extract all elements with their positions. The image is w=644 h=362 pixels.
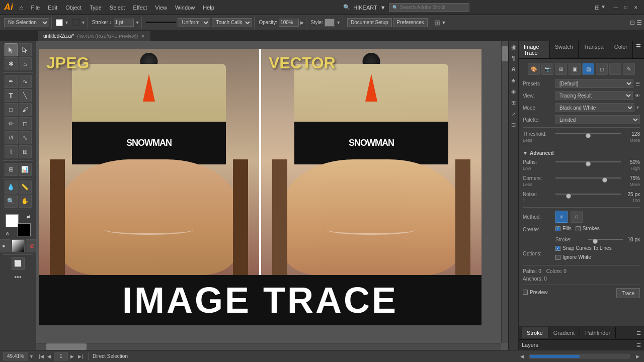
selection-tool[interactable] xyxy=(5,43,18,56)
panel-options-btn[interactable]: ☰ xyxy=(633,41,644,58)
style-swatch[interactable] xyxy=(325,19,335,27)
first-page-btn[interactable]: |◀ xyxy=(38,353,45,360)
fills-checkbox[interactable]: ✓ xyxy=(555,226,560,231)
eyedropper-tool[interactable]: 💧 xyxy=(5,180,18,194)
swap-colors-icon[interactable]: ⇄ xyxy=(27,214,31,219)
opacity-arrow[interactable]: ▶ xyxy=(300,20,304,25)
snap-curves-checkbox[interactable]: ✓ xyxy=(555,246,560,251)
menu-help[interactable]: Help xyxy=(199,4,218,12)
panel-icon1[interactable]: ⊟ xyxy=(630,19,635,26)
presets-dropdown[interactable]: [Default] xyxy=(555,79,633,88)
next-page-btn[interactable]: ▶ xyxy=(69,353,76,360)
stroke-tab[interactable]: Stroke xyxy=(522,327,548,338)
pencil-tool[interactable]: ✏ xyxy=(5,117,18,130)
selection-dropdown[interactable]: No Selection xyxy=(4,18,49,27)
stock-search-input[interactable] xyxy=(400,5,460,10)
mode-dropdown[interactable]: Black and White xyxy=(555,103,634,112)
method-abutting-btn[interactable]: ⊞ xyxy=(555,211,568,223)
transpa-tab[interactable]: Transpa xyxy=(579,41,609,58)
curvature-tool[interactable]: ∿ xyxy=(19,75,32,88)
none-btn[interactable]: ⊘ xyxy=(26,239,37,252)
close-button[interactable]: ✕ xyxy=(632,4,640,12)
channel-dropdown[interactable]: ▼ xyxy=(380,5,386,11)
gradient-tab[interactable]: Gradient xyxy=(548,327,580,338)
stroke-dropdown[interactable]: ▼ xyxy=(81,20,86,25)
layout-dropdown[interactable]: ▼ xyxy=(601,4,606,11)
presets-options-icon[interactable]: ☰ xyxy=(635,81,640,86)
zoom-input[interactable] xyxy=(3,352,28,360)
stroke-width-input[interactable] xyxy=(114,19,134,27)
low-color-btn[interactable]: ⊞ xyxy=(555,63,567,75)
arrange-dropdown[interactable]: ▼ xyxy=(442,20,446,25)
menu-view[interactable]: View xyxy=(151,4,171,12)
foreground-color[interactable] xyxy=(6,214,19,227)
paths-thumb[interactable] xyxy=(586,161,591,166)
eraser-tool[interactable]: ◻ xyxy=(19,117,32,130)
direct-selection-tool[interactable] xyxy=(19,43,32,56)
ignore-white-checkbox[interactable] xyxy=(555,255,560,260)
noise-thumb[interactable] xyxy=(566,194,571,199)
scrollbar-thumb-h[interactable] xyxy=(46,343,87,350)
menu-select[interactable]: Select xyxy=(106,4,129,12)
opacity-input[interactable] xyxy=(279,19,299,27)
line-tool[interactable]: ╲ xyxy=(19,89,32,102)
menu-file[interactable]: File xyxy=(27,4,43,12)
rotate-tool[interactable]: ↺ xyxy=(5,131,18,144)
bottom-panel-options[interactable]: ☰ xyxy=(636,330,641,336)
view-dropdown[interactable]: Tracing Result xyxy=(555,91,633,100)
color-mode-btn[interactable]: ■ xyxy=(0,239,11,252)
pathfinder-tab[interactable]: Pathfinder xyxy=(580,327,616,338)
method-overlapping-btn[interactable]: ⊟ xyxy=(571,211,583,223)
zoom-tool[interactable]: 🔍 xyxy=(5,195,18,208)
page-input[interactable] xyxy=(54,352,68,360)
rectangle-tool[interactable]: □ xyxy=(5,103,18,116)
corners-thumb[interactable] xyxy=(602,177,607,183)
paragraph-icon[interactable]: ¶ xyxy=(510,54,518,62)
high-color-btn[interactable]: 📷 xyxy=(541,63,553,75)
trace-button[interactable]: Trace xyxy=(616,288,640,298)
prev-page-btn[interactable]: ◀ xyxy=(46,353,53,360)
none-icon[interactable]: ⊘ xyxy=(6,231,10,236)
menu-window[interactable]: Window xyxy=(172,4,198,12)
horizontal-scrollbar[interactable] xyxy=(36,343,501,350)
minimize-button[interactable]: — xyxy=(612,4,620,12)
color-wheel-icon[interactable]: ◉ xyxy=(510,43,518,51)
arrange-icon2[interactable]: ⊞ xyxy=(434,19,440,27)
next-nav-btn[interactable]: ▶ xyxy=(634,353,641,360)
menu-edit[interactable]: Edit xyxy=(44,4,61,12)
doc-setup-button[interactable]: Document Setup xyxy=(347,18,392,27)
warp-tool[interactable]: ⌇ xyxy=(5,145,18,158)
variable-icon[interactable]: ⊡ xyxy=(510,121,518,129)
chart-tool[interactable]: 📊 xyxy=(19,163,32,176)
lasso-tool[interactable]: ⌂ xyxy=(19,57,32,70)
pen-tool[interactable]: ✒ xyxy=(5,75,18,88)
menu-effect[interactable]: Effect xyxy=(129,4,150,12)
gradient-btn[interactable] xyxy=(12,239,25,252)
swatch-tab[interactable]: Swatch xyxy=(550,41,579,58)
advanced-header[interactable]: ▼ Advanced xyxy=(523,150,640,156)
artboard-tool[interactable]: ⬜ xyxy=(12,257,25,270)
grid-tool[interactable]: ⊞ xyxy=(5,163,18,176)
background-color[interactable] xyxy=(18,223,31,236)
club-icon[interactable]: ♣ xyxy=(510,76,518,84)
view-eye-icon[interactable]: 👁 xyxy=(635,93,640,99)
preview-checkbox[interactable] xyxy=(523,290,528,295)
stroke-thumb[interactable] xyxy=(593,239,598,244)
threshold-thumb[interactable] xyxy=(586,133,591,138)
home-icon[interactable]: ⌂ xyxy=(19,4,23,12)
brush-dropdown[interactable]: Uniform xyxy=(178,18,210,27)
last-page-btn[interactable]: ▶| xyxy=(77,353,84,360)
stroke-width-dropdown[interactable]: ▼ xyxy=(135,20,140,25)
more-tools[interactable]: ••• xyxy=(14,273,22,281)
active-tab[interactable]: untitled-2a.ai* (49.41% (RGB/GPU Preview… xyxy=(38,31,150,41)
magic-wand-tool[interactable]: ✱ xyxy=(5,57,18,70)
tab-close-button[interactable]: ✕ xyxy=(141,34,145,39)
image-trace-tab[interactable]: Image Trace xyxy=(519,41,550,58)
grayscale-btn[interactable]: ▣ xyxy=(569,63,581,75)
menu-object[interactable]: Object xyxy=(62,4,85,12)
type-tool[interactable]: T xyxy=(5,89,18,102)
hand-tool[interactable]: ✋ xyxy=(19,195,32,208)
layers-eye-icon[interactable]: ◈ xyxy=(510,87,518,96)
fill-swatch[interactable] xyxy=(56,19,63,26)
free-transform-tool[interactable]: ⊞ xyxy=(19,145,32,158)
